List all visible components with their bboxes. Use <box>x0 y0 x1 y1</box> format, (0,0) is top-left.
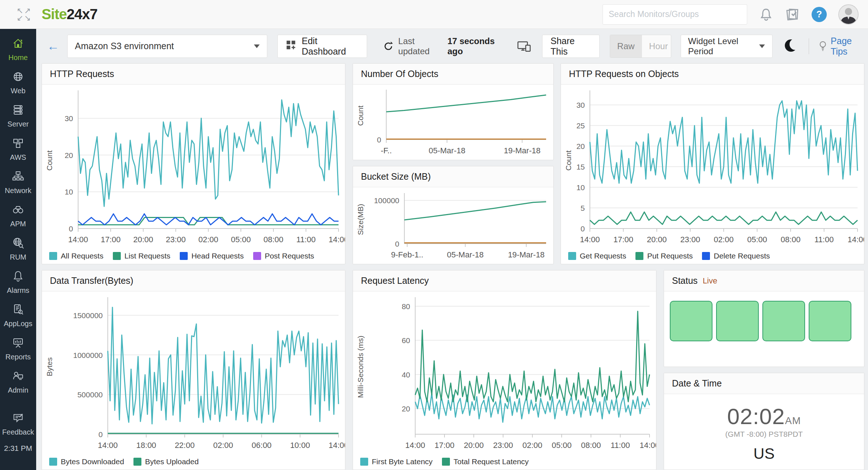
sidebar-item-admin[interactable]: Admin <box>0 365 36 398</box>
grid-plus-icon <box>286 40 297 53</box>
refresh-icon[interactable] <box>383 41 394 52</box>
region-label: US <box>753 445 774 462</box>
avatar[interactable] <box>838 4 859 25</box>
svg-text:23:00: 23:00 <box>680 235 700 244</box>
tasks-icon[interactable] <box>785 7 800 22</box>
svg-text:0: 0 <box>98 430 103 439</box>
edit-dashboard-button[interactable]: Edit Dashboard <box>277 35 367 58</box>
toggle-hour[interactable]: Hour <box>642 35 671 57</box>
back-arrow-icon[interactable]: ← <box>47 39 59 53</box>
svg-text:17:00: 17:00 <box>613 235 633 244</box>
svg-text:0: 0 <box>69 225 73 233</box>
sidebar-item-aws[interactable]: AWS <box>0 132 36 166</box>
data-transfer-chart[interactable]: 05000001000000150000014:0018:0022:0002:0… <box>42 291 345 453</box>
sidebar-time: 2:31 PM <box>4 444 32 453</box>
last-updated-value: 17 seconds ago <box>447 36 507 56</box>
toolbar-divider <box>809 38 809 54</box>
sidebar-item-apm[interactable]: APM <box>0 199 36 232</box>
dark-mode-moon-icon[interactable] <box>785 39 797 53</box>
legend-item[interactable]: Delete Requests <box>702 252 770 260</box>
sidebar-item-alarms[interactable]: Alarms <box>0 265 36 299</box>
legend-item[interactable]: Get Requests <box>568 252 626 260</box>
svg-text:60: 60 <box>402 336 410 345</box>
sidebar-item-label: Feedback <box>2 428 34 436</box>
sidebar-item-label: RUM <box>10 253 26 261</box>
sidebar-item-network[interactable]: Network <box>0 166 36 199</box>
bucket-size-chart[interactable]: 01000009-Feb-1..05-Mar-1819-Mar-18Size(M… <box>353 187 553 264</box>
panel-status: Status Live <box>664 270 864 367</box>
status-monitor-square[interactable] <box>670 301 712 341</box>
legend-item[interactable]: Bytes Downloaded <box>49 457 124 466</box>
request-latency-chart[interactable]: 2040608014:0017:0020:0023:0002:0005:0008… <box>353 291 656 453</box>
sidebar-item-label: AWS <box>10 153 26 162</box>
svg-text:23:00: 23:00 <box>493 441 513 450</box>
svg-text:Bytes: Bytes <box>45 357 54 376</box>
panel-title: Bucket Size (MB) <box>361 171 431 182</box>
chart-legend: All RequestsList RequestsHead RequestsPo… <box>42 247 345 264</box>
sidebar-item-label: Server <box>8 120 29 128</box>
status-monitor-square[interactable] <box>716 301 759 341</box>
sidebar-item-rum[interactable]: RUM <box>0 232 36 265</box>
search-input[interactable] <box>603 4 747 25</box>
svg-text:0: 0 <box>377 136 381 144</box>
panel-header: Request Latency <box>353 270 656 291</box>
svg-text:-F..: -F.. <box>381 146 392 155</box>
sidebar-item-web[interactable]: Web <box>0 66 36 99</box>
sidebar-item-applogs[interactable]: AppLogs <box>0 299 36 332</box>
chart-legend: Get RequestsPut RequestsDelete Requests <box>561 247 864 264</box>
legend-item[interactable]: All Requests <box>49 252 103 260</box>
dashboard-selector[interactable]: Amazon S3 environment <box>67 35 267 58</box>
http-requests-on-objects-chart[interactable]: 05101520253014:0017:0020:0023:0002:0005:… <box>561 85 864 247</box>
legend-item[interactable]: Post Requests <box>253 252 314 260</box>
legend-item[interactable]: List Requests <box>113 252 170 260</box>
sidebar-item-label: Home <box>8 54 27 62</box>
svg-text:11:00: 11:00 <box>296 235 315 244</box>
legend-item[interactable]: Put Requests <box>635 252 693 260</box>
expand-icon[interactable]: ↖↗↙↘ <box>17 7 31 22</box>
share-this-button[interactable]: Share This <box>542 35 599 58</box>
widget-level-period-selector[interactable]: Widget Level Period <box>681 35 773 58</box>
sidebar-item-feedback[interactable]: Feedback <box>0 407 36 440</box>
svg-text:14:00: 14:00 <box>328 235 345 244</box>
sidebar-item-home[interactable]: Home <box>0 33 36 66</box>
panel-header: Number Of Objects <box>353 64 553 85</box>
panel-header: HTTP Requests <box>42 64 345 85</box>
panel-http-requests: HTTP Requests 010203014:0017:0020:0023:0… <box>42 63 345 264</box>
svg-text:11:00: 11:00 <box>610 441 630 450</box>
devices-icon[interactable] <box>517 40 531 52</box>
panel-data-transfer: Data Transfer(Bytes) 0500000100000015000… <box>42 270 345 470</box>
legend-item[interactable]: Head Requests <box>180 252 244 260</box>
legend-label: List Requests <box>124 252 170 260</box>
apm-icon <box>12 203 25 218</box>
legend-item[interactable]: First Byte Latency <box>360 457 433 466</box>
svg-text:0: 0 <box>395 240 399 248</box>
server-icon <box>12 103 25 118</box>
svg-text:Count: Count <box>564 150 573 171</box>
legend-label: Put Requests <box>647 252 693 260</box>
http-requests-chart[interactable]: 010203014:0017:0020:0023:0002:0005:0008:… <box>42 85 345 247</box>
sidebar-item-reports[interactable]: Reports <box>0 332 36 365</box>
svg-text:20: 20 <box>65 151 73 159</box>
clock-time: 02:02AM <box>727 403 801 429</box>
clock-meridiem: AM <box>785 415 801 426</box>
number-of-objects-chart[interactable]: 0-F..05-Mar-1819-Mar-18Count <box>353 85 553 160</box>
sidebar-item-label: Alarms <box>7 286 29 295</box>
legend-label: First Byte Latency <box>372 457 433 466</box>
legend-item[interactable]: Total Request Latency <box>442 457 529 466</box>
rum-icon <box>12 236 25 251</box>
sidebar-item-server[interactable]: Server <box>0 99 36 132</box>
toggle-raw[interactable]: Raw <box>610 35 642 57</box>
notifications-bell-icon[interactable] <box>759 7 773 22</box>
panel-http-requests-on-objects: HTTP Requests on Objects 05101520253014:… <box>561 63 864 264</box>
legend-label: Total Request Latency <box>454 457 529 466</box>
legend-label: Get Requests <box>580 252 626 260</box>
svg-text:15: 15 <box>576 163 585 171</box>
alarms-icon <box>12 270 25 284</box>
legend-item[interactable]: Bytes Uploaded <box>133 457 199 466</box>
status-monitor-square[interactable] <box>762 301 805 341</box>
status-monitor-square[interactable] <box>809 301 851 341</box>
svg-text:05:00: 05:00 <box>231 235 251 244</box>
sidebar-item-label: Web <box>11 87 26 95</box>
help-icon[interactable]: ? <box>812 7 827 22</box>
page-tips-link[interactable]: Page Tips <box>818 36 868 57</box>
